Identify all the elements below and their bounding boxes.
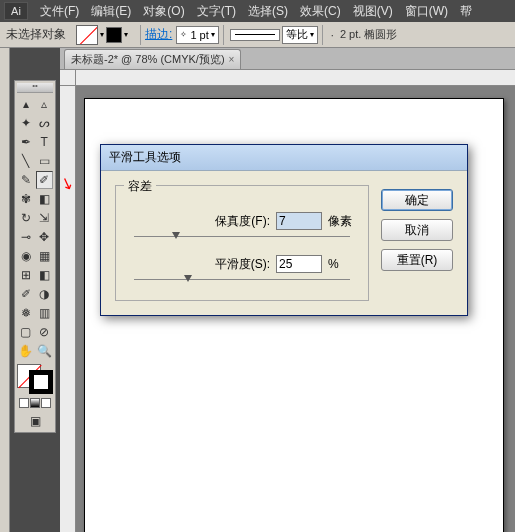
divider [322, 25, 323, 45]
fidelity-input[interactable] [276, 212, 322, 230]
panel-dock-left [0, 48, 10, 532]
document-tab[interactable]: 未标题-2* @ 78% (CMYK/预览) × [64, 49, 241, 69]
main-menubar: Ai 文件(F) 编辑(E) 对象(O) 文字(T) 选择(S) 效果(C) 视… [0, 0, 515, 22]
tools-panel-grip[interactable]: •• [17, 83, 53, 93]
fidelity-label: 保真度(F): [215, 213, 270, 230]
smooth-tool-icon[interactable]: ✐ [36, 171, 54, 189]
menu-select[interactable]: 选择(S) [242, 3, 294, 20]
stroke-label[interactable]: 描边: [145, 26, 172, 43]
ratio-dropdown[interactable]: 等比▾ [282, 26, 318, 44]
scale-tool-icon[interactable]: ⇲ [36, 209, 54, 227]
dialog-button-column: 确定 取消 重置(R) [381, 185, 453, 301]
magic-wand-tool-icon[interactable]: ✦ [17, 114, 35, 132]
menu-edit[interactable]: 编辑(E) [85, 3, 137, 20]
graph-tool-icon[interactable]: ▥ [36, 304, 54, 322]
pen-tool-icon[interactable]: ✒ [17, 133, 35, 151]
reset-button[interactable]: 重置(R) [381, 249, 453, 271]
perspective-tool-icon[interactable]: ▦ [36, 247, 54, 265]
menu-view[interactable]: 视图(V) [347, 3, 399, 20]
app-logo: Ai [4, 2, 28, 20]
eraser-tool-icon[interactable]: ◧ [36, 190, 54, 208]
eyedropper-tool-icon[interactable]: ✐ [17, 285, 35, 303]
selection-label: 未选择对象 [6, 26, 66, 43]
mesh-tool-icon[interactable]: ⊞ [17, 266, 35, 284]
ruler-corner [60, 70, 76, 86]
blend-tool-icon[interactable]: ◑ [36, 285, 54, 303]
cancel-button[interactable]: 取消 [381, 219, 453, 241]
close-tab-icon[interactable]: × [229, 54, 235, 65]
type-tool-icon[interactable]: T [36, 133, 54, 151]
rotate-tool-icon[interactable]: ↻ [17, 209, 35, 227]
slider-thumb-icon[interactable] [172, 232, 180, 239]
ruler-vertical [60, 86, 76, 532]
document-tab-title: 未标题-2* @ 78% (CMYK/预览) [71, 52, 225, 67]
menu-file[interactable]: 文件(F) [34, 3, 85, 20]
zoom-tool-icon[interactable]: 🔍 [36, 342, 54, 360]
lasso-tool-icon[interactable]: ᔕ [36, 114, 54, 132]
menu-type[interactable]: 文字(T) [191, 3, 242, 20]
fidelity-unit: 像素 [328, 213, 356, 230]
divider [140, 25, 141, 45]
selection-tool-icon[interactable]: ▴ [17, 95, 35, 113]
dialog-titlebar[interactable]: 平滑工具选项 [101, 145, 467, 171]
tools-panel: •• ▴ ▵ ✦ ᔕ ✒ T ╲ ▭ ✎ ✐ ✾ ◧ ↻ ⇲ ⊸ ✥ ◉ ▦ ⊞… [14, 80, 56, 433]
fidelity-slider[interactable] [134, 236, 350, 237]
document-tab-bar: 未标题-2* @ 78% (CMYK/预览) × [60, 48, 515, 70]
divider [223, 25, 224, 45]
slider-thumb-icon[interactable] [184, 275, 192, 282]
gradient-tool-icon[interactable]: ◧ [36, 266, 54, 284]
fill-dropdown-icon[interactable]: ▾ [100, 30, 104, 39]
control-bar: 未选择对象 ▾ ▾ 描边: ✧ 1 pt▾ 等比▾ · 2 pt. 椭圆形 [0, 22, 515, 48]
free-transform-tool-icon[interactable]: ✥ [36, 228, 54, 246]
menu-window[interactable]: 窗口(W) [399, 3, 454, 20]
color-mode-icon[interactable] [19, 398, 29, 408]
tolerance-fieldset: 容差 保真度(F): 像素 平滑度(S): % [115, 185, 369, 301]
width-tool-icon[interactable]: ⊸ [17, 228, 35, 246]
direct-selection-tool-icon[interactable]: ▵ [36, 95, 54, 113]
fieldset-legend: 容差 [124, 178, 156, 195]
menu-help[interactable]: 帮 [454, 3, 478, 20]
paintbrush-tool-icon[interactable]: ✎ [17, 171, 35, 189]
smoothness-row: 平滑度(S): % [128, 255, 356, 273]
smooth-tool-options-dialog: 平滑工具选项 容差 保真度(F): 像素 平滑度(S): % 确定 取消 重置(… [100, 144, 468, 316]
line-tool-icon[interactable]: ╲ [17, 152, 35, 170]
menu-effect[interactable]: 效果(C) [294, 3, 347, 20]
smoothness-slider[interactable] [134, 279, 350, 280]
blob-brush-tool-icon[interactable]: ✾ [17, 190, 35, 208]
dialog-body: 容差 保真度(F): 像素 平滑度(S): % 确定 取消 重置(R) [101, 171, 467, 315]
smoothness-unit: % [328, 257, 356, 271]
brush-point-text: 2 pt. 椭圆形 [340, 27, 397, 42]
menu-object[interactable]: 对象(O) [137, 3, 190, 20]
ok-button[interactable]: 确定 [381, 189, 453, 211]
hand-tool-icon[interactable]: ✋ [17, 342, 35, 360]
fill-stroke-indicator[interactable] [17, 364, 53, 394]
symbol-sprayer-tool-icon[interactable]: ❅ [17, 304, 35, 322]
fill-swatch[interactable] [76, 25, 98, 45]
stroke-swatch[interactable] [106, 27, 122, 43]
shape-builder-tool-icon[interactable]: ◉ [17, 247, 35, 265]
slice-tool-icon[interactable]: ⊘ [36, 323, 54, 341]
stroke-weight-dropdown[interactable]: ✧ 1 pt▾ [176, 26, 218, 44]
fidelity-row: 保真度(F): 像素 [128, 212, 356, 230]
fill-stroke-swatches: ▾ ▾ [76, 25, 128, 45]
stroke-color-icon[interactable] [29, 370, 53, 394]
smoothness-label: 平滑度(S): [215, 256, 270, 273]
brush-point-label: · [331, 29, 340, 41]
ruler-horizontal [76, 70, 515, 86]
stroke-style-dropdown[interactable] [230, 29, 280, 41]
none-mode-icon[interactable] [41, 398, 51, 408]
rectangle-tool-icon[interactable]: ▭ [36, 152, 54, 170]
artboard-tool-icon[interactable]: ▢ [17, 323, 35, 341]
stroke-dropdown-icon[interactable]: ▾ [124, 30, 128, 39]
smoothness-input[interactable] [276, 255, 322, 273]
screen-mode-icon[interactable]: ▣ [26, 412, 44, 430]
gradient-mode-icon[interactable] [30, 398, 40, 408]
